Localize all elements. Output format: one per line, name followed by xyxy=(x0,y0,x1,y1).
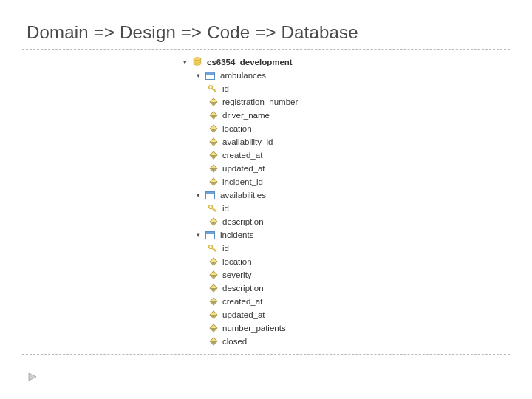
diamond-icon xyxy=(207,336,218,347)
column-node[interactable]: registration_number xyxy=(181,95,532,109)
database-label: cs6354_development xyxy=(205,55,293,69)
database-node[interactable]: ▾ cs6354_development xyxy=(181,55,532,69)
column-label: description xyxy=(221,282,264,295)
column-label: number_patients xyxy=(221,321,286,335)
key-icon xyxy=(207,203,218,214)
expand-arrow-icon[interactable]: ▾ xyxy=(181,57,188,67)
column-label: incident_id xyxy=(221,175,263,188)
column-label: location xyxy=(221,122,252,135)
column-node[interactable]: id xyxy=(181,242,532,255)
divider-top xyxy=(22,49,510,50)
column-node[interactable]: location xyxy=(181,122,532,135)
expand-arrow-icon[interactable]: ▾ xyxy=(194,230,202,240)
diamond-icon xyxy=(207,270,218,281)
diamond-icon xyxy=(207,123,218,134)
bullet-play-icon xyxy=(28,371,38,384)
column-label: id xyxy=(221,202,229,215)
column-node[interactable]: closed xyxy=(181,335,532,348)
diamond-icon xyxy=(207,137,218,148)
column-label: description xyxy=(221,215,264,228)
diamond-icon xyxy=(207,256,218,267)
schema-tree: ▾ cs6354_development ▾ ambulances id reg… xyxy=(181,55,532,348)
key-icon xyxy=(207,83,218,95)
slide-title: Domain => Design => Code => Database xyxy=(0,0,532,49)
column-label: id xyxy=(221,82,229,95)
column-label: created_at xyxy=(221,149,262,162)
diamond-icon xyxy=(207,150,218,161)
key-icon xyxy=(207,243,218,254)
column-node[interactable]: severity xyxy=(181,268,532,282)
diamond-icon xyxy=(207,177,218,188)
column-node[interactable]: number_patients xyxy=(181,321,532,335)
column-label: id xyxy=(221,242,229,255)
column-label: driver_name xyxy=(221,109,270,122)
diamond-icon xyxy=(207,283,218,294)
table-label: ambulances xyxy=(219,69,266,82)
table-label: incidents xyxy=(219,228,253,242)
column-node[interactable]: driver_name xyxy=(181,109,532,122)
table-label: availabilities xyxy=(219,188,266,202)
column-node[interactable]: id xyxy=(181,202,532,215)
diamond-icon xyxy=(207,323,218,334)
column-node[interactable]: id xyxy=(181,82,532,95)
column-label: created_at xyxy=(221,295,262,308)
column-node[interactable]: description xyxy=(181,282,532,295)
table-icon xyxy=(205,190,216,201)
column-label: availability_id xyxy=(221,135,273,149)
table-node-availabilities[interactable]: ▾ availabilities xyxy=(181,188,532,202)
table-node-incidents[interactable]: ▾ incidents xyxy=(181,228,532,242)
table-icon xyxy=(205,230,216,241)
column-node[interactable]: location xyxy=(181,255,532,268)
column-label: severity xyxy=(221,268,252,282)
column-label: location xyxy=(221,255,252,268)
diamond-icon xyxy=(207,296,218,307)
column-label: updated_at xyxy=(221,162,265,175)
column-node[interactable]: updated_at xyxy=(181,308,532,321)
diamond-icon xyxy=(207,216,218,228)
column-node[interactable]: incident_id xyxy=(181,175,532,188)
diamond-icon xyxy=(207,97,218,108)
diamond-icon xyxy=(207,163,218,174)
column-node[interactable]: availability_id xyxy=(181,135,532,149)
column-node[interactable]: updated_at xyxy=(181,162,532,175)
column-label: registration_number xyxy=(221,95,298,109)
column-label: updated_at xyxy=(221,308,265,321)
diamond-icon xyxy=(207,110,218,121)
column-node[interactable]: description xyxy=(181,215,532,228)
table-icon xyxy=(205,70,216,81)
expand-arrow-icon[interactable]: ▾ xyxy=(194,70,202,81)
table-node-ambulances[interactable]: ▾ ambulances xyxy=(181,69,532,82)
database-icon xyxy=(191,57,202,68)
column-label: closed xyxy=(221,335,247,348)
divider-bottom xyxy=(22,354,510,355)
diamond-icon xyxy=(207,310,218,321)
expand-arrow-icon[interactable]: ▾ xyxy=(194,190,202,200)
column-node[interactable]: created_at xyxy=(181,149,532,162)
column-node[interactable]: created_at xyxy=(181,295,532,308)
